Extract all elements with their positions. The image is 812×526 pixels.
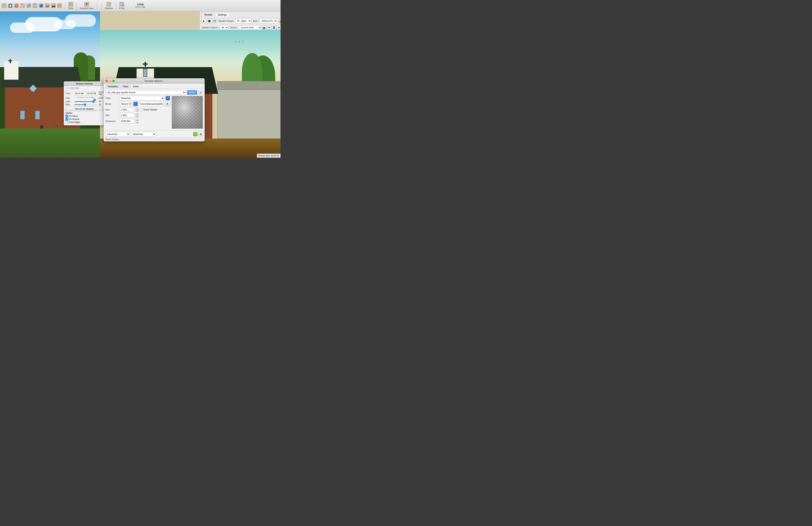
use-sun-btn[interactable]: Use sun for shading <box>66 106 103 111</box>
month-n[interactable]: N <box>92 97 93 98</box>
dark-slider[interactable] <box>74 104 98 105</box>
invert-texture-label-wrap[interactable]: Invert Texture <box>140 108 157 111</box>
toolbar-divider-5 <box>116 2 116 10</box>
scene-select[interactable]: Current View <box>239 25 261 30</box>
color-picker-btn[interactable] <box>165 96 170 100</box>
preset-select[interactable]: 07. High+ <box>235 19 251 23</box>
tab-settings[interactable]: Settings <box>215 12 229 17</box>
ior-stepper-down[interactable]: ▼ <box>136 115 139 117</box>
size-lock-btn[interactable]: 🔒 <box>279 19 280 23</box>
toolbar-icon-7[interactable]: 🔵 <box>39 3 44 8</box>
size-input[interactable] <box>120 107 134 112</box>
sketchup-select[interactable]: SketchUp <box>131 132 156 136</box>
month-s[interactable]: S <box>88 97 89 98</box>
toolbar-icon-9[interactable]: 📸 <box>51 3 56 8</box>
shadow-close-btn[interactable]: ✕ <box>100 82 104 86</box>
render-save-icon[interactable]: 💾 <box>212 19 217 23</box>
tab-templates[interactable]: Templates <box>105 84 120 88</box>
shininess-stepper[interactable]: ▲ ▼ <box>135 119 139 123</box>
shadow-minimize-btn[interactable]: ─ <box>97 82 100 86</box>
bump-color-btn[interactable] <box>133 102 138 106</box>
tower <box>3 61 19 86</box>
scene-camera-btn[interactable]: 📷 <box>262 25 266 30</box>
month-j2[interactable]: J <box>85 97 85 98</box>
dark-slider-thumb[interactable] <box>84 103 86 106</box>
color-select[interactable]: SketchUp <box>120 96 164 100</box>
grid-view-btn[interactable]: ⊞ <box>198 132 203 136</box>
scene-arrow-btn[interactable]: ▼ <box>267 25 271 30</box>
close-traffic-light[interactable] <box>105 80 108 82</box>
month-o[interactable]: O <box>90 97 91 98</box>
styles-label: Styles <box>68 7 73 10</box>
material-name-select[interactable]: 115_slab gray granite texture <box>105 90 186 94</box>
render-start-icon[interactable]: ▶ <box>202 19 206 23</box>
time-end-input[interactable] <box>87 91 98 95</box>
render-stop-icon[interactable]: ⬛ <box>207 19 212 23</box>
light-slider[interactable] <box>74 101 98 102</box>
month-f[interactable]: F <box>78 97 79 98</box>
xray-icon[interactable]: 🔍 <box>119 2 124 7</box>
tab-editor[interactable]: Editor <box>131 84 141 88</box>
shininess-input[interactable] <box>120 119 134 123</box>
ior-stepper[interactable]: ▲ ▼ <box>135 113 139 118</box>
shininess-row: Shininess: ▲ ▼ <box>105 119 170 123</box>
toolbar-icon-2[interactable]: 🔲 <box>8 3 13 8</box>
scene-render3-btn[interactable]: ▼ <box>277 25 280 30</box>
update-select[interactable]: All <box>220 25 229 30</box>
month-m2[interactable]: M <box>83 97 84 98</box>
bump-path-dropdown-btn[interactable]: ▼ <box>165 102 170 106</box>
tab-render[interactable]: Render <box>202 12 215 17</box>
bump-type-select[interactable]: Texture <box>120 102 132 106</box>
views-icon[interactable]: 👁️ <box>84 2 89 7</box>
shininess-stepper-down[interactable]: ▼ <box>136 121 139 123</box>
tab-tools[interactable]: Tools <box>120 84 130 88</box>
size-stepper-up[interactable]: ▲ <box>136 107 139 109</box>
month-j[interactable]: J <box>77 97 78 98</box>
advanced-select[interactable]: Advanced <box>105 132 130 136</box>
toolbar-icon-6[interactable]: 🏠 <box>32 3 38 8</box>
month-j3[interactable]: J <box>86 97 87 98</box>
on-ground-checkbox[interactable] <box>66 118 68 120</box>
door-2 <box>35 111 40 120</box>
material-eyedrop-btn[interactable]: 🖊 <box>198 90 203 94</box>
door-1 <box>20 111 25 120</box>
shadows-icon[interactable]: ☀️ <box>106 2 111 7</box>
render-cross-horiz <box>143 63 148 65</box>
select-button[interactable]: Select <box>187 90 197 94</box>
scene-render2-btn[interactable]: 🖼 <box>272 25 276 30</box>
toolbar-icon-5[interactable]: 🖊️ <box>26 3 31 8</box>
date-value: 11/08 <box>98 97 103 99</box>
bump-path-input[interactable] <box>139 102 164 106</box>
month-m1[interactable]: M <box>79 97 81 98</box>
ior-stepper-up[interactable]: ▲ <box>136 113 139 115</box>
styles-icon[interactable]: 🖼️ <box>68 2 73 7</box>
invert-texture-checkbox[interactable] <box>140 108 143 111</box>
month-a1[interactable]: A <box>81 97 82 98</box>
toolbar-divider-4 <box>101 2 102 10</box>
toolbar-icon-1[interactable]: ✏️ <box>2 3 6 8</box>
ior-row: IOR: ▲ ▼ <box>105 113 170 118</box>
month-a2[interactable]: A <box>87 97 88 98</box>
size-select[interactable]: 2282x1170 <box>260 19 277 23</box>
light-slider-thumb[interactable] <box>92 100 95 103</box>
shadow-panel-body: 🕐 UTC-7:00 Time: 03:27 PM Date: J F M A <box>64 86 104 125</box>
ior-input[interactable] <box>120 113 134 118</box>
month-d[interactable]: D <box>93 97 95 98</box>
apply-btn[interactable]: ✓ <box>193 132 198 136</box>
shininess-stepper-up[interactable]: ▲ <box>136 119 139 121</box>
toolbar-icon-8[interactable]: 📦 <box>45 3 50 8</box>
on-faces-checkbox[interactable] <box>66 115 68 117</box>
from-edges-checkbox[interactable] <box>66 121 68 123</box>
tower-roof <box>3 80 17 86</box>
panel-bottom-row: Advanced SketchUp ✓ ⊞ <box>104 130 205 137</box>
size-stepper[interactable]: ▲ ▼ <box>135 107 139 112</box>
toolbar-icon-10[interactable]: 🎨 <box>57 3 62 8</box>
toolbar-icon-3[interactable]: ⭕ <box>14 3 19 8</box>
time-start-input[interactable] <box>74 91 86 95</box>
maximize-traffic-light[interactable] <box>112 80 115 82</box>
toolbar-icon-4[interactable]: 📐 <box>20 3 25 8</box>
size-stepper-down[interactable]: ▼ <box>136 109 139 112</box>
panel-titlebar: Template Material... <box>104 78 205 84</box>
minimize-traffic-light[interactable] <box>109 80 111 82</box>
timezone-label: UTC-7:00 <box>70 87 79 89</box>
